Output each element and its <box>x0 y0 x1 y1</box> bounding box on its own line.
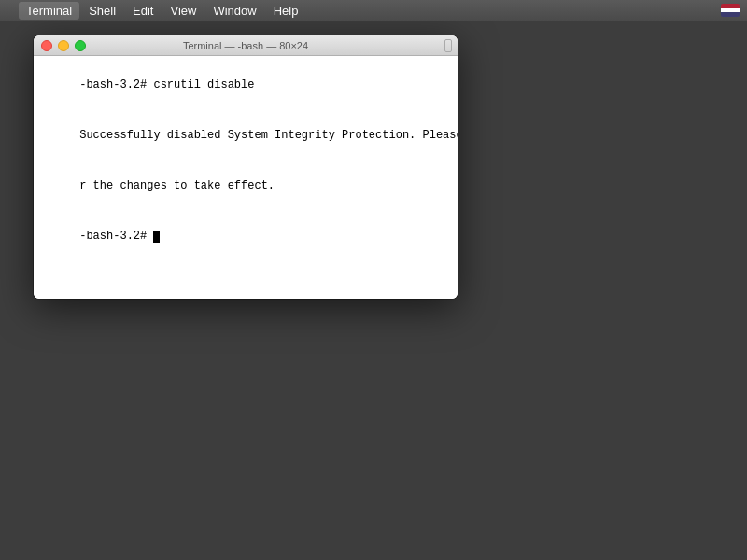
window-title: Terminal — -bash — 80×24 <box>183 40 308 51</box>
menubar-item-edit[interactable]: Edit <box>125 2 161 20</box>
terminal-content[interactable]: -bash-3.2# csrutil disable Successfully … <box>34 56 458 299</box>
maximize-button[interactable] <box>75 40 86 51</box>
terminal-prompt: -bash-3.2# <box>79 230 153 243</box>
menubar-items: Terminal Shell Edit View Window Help <box>19 2 721 20</box>
menubar-item-help[interactable]: Help <box>266 2 306 20</box>
close-button[interactable] <box>41 40 52 51</box>
flag-icon <box>721 4 740 17</box>
minimize-button[interactable] <box>58 40 69 51</box>
menubar-item-terminal[interactable]: Terminal <box>19 2 79 20</box>
terminal-line-3: r the changes to take effect. <box>79 179 275 192</box>
menubar-right <box>721 4 740 17</box>
menubar-item-shell[interactable]: Shell <box>81 2 123 20</box>
window-controls <box>41 40 86 51</box>
terminal-line-2: Successfully disabled System Integrity P… <box>79 129 458 142</box>
desktop: Terminal — -bash — 80×24 -bash-3.2# csru… <box>0 21 747 560</box>
terminal-line-1: -bash-3.2# csrutil disable <box>79 78 254 91</box>
menubar: Terminal Shell Edit View Window Help <box>0 0 747 21</box>
menubar-item-view[interactable]: View <box>162 2 204 20</box>
scroll-indicator <box>444 39 452 52</box>
menubar-item-window[interactable]: Window <box>205 2 263 20</box>
terminal-window: Terminal — -bash — 80×24 -bash-3.2# csru… <box>34 35 458 299</box>
cursor <box>153 231 160 243</box>
title-bar: Terminal — -bash — 80×24 <box>34 35 458 56</box>
